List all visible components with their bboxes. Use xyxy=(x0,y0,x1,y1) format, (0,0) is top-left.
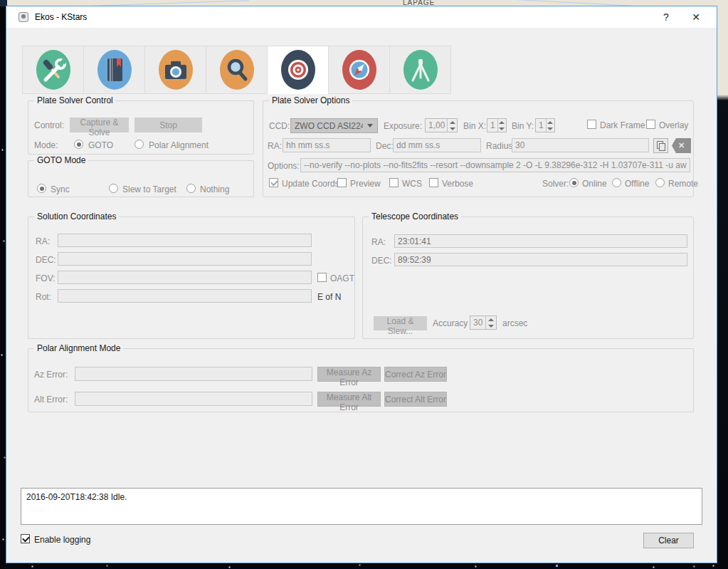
e-of-n-label: E of N xyxy=(317,292,341,302)
arcsec-label: arcsec xyxy=(502,318,527,328)
slew-to-target-radio[interactable] xyxy=(109,184,118,193)
biny-label: Bin Y: xyxy=(512,121,534,131)
measure-alt-error-button[interactable]: Measure Alt Error xyxy=(317,392,381,407)
radius-input[interactable] xyxy=(512,138,649,152)
solution-ra-label: RA: xyxy=(36,236,50,246)
group-title: Plate Solver Options xyxy=(269,95,352,105)
dec-label: Dec: xyxy=(376,141,394,151)
binx-spinbox[interactable]: 1 xyxy=(487,118,507,132)
copy-coords-button[interactable] xyxy=(653,138,668,153)
accuracy-spinbox[interactable]: 30 xyxy=(470,315,497,330)
ekos-module-tabs xyxy=(22,46,451,94)
magnifier-icon xyxy=(218,48,255,91)
az-error-input[interactable] xyxy=(75,367,312,381)
measure-az-error-button[interactable]: Measure Az Error xyxy=(317,367,381,382)
ccd-combobox-value: ZWO CCD ASI224MC xyxy=(291,121,363,131)
group-plate-solver-options: Plate Solver Options CCD: ZWO CCD ASI224… xyxy=(263,100,694,197)
solver-offline-radio[interactable] xyxy=(612,178,621,187)
update-coords-checkbox[interactable] xyxy=(269,178,278,187)
exposure-value: 1,00 xyxy=(426,119,447,132)
ra-input[interactable] xyxy=(283,138,371,152)
solution-rot-label: Rot: xyxy=(36,292,51,302)
tab-capture[interactable] xyxy=(144,46,206,94)
solver-remote-label: Remote xyxy=(668,179,698,189)
telescope-ra-label: RA: xyxy=(371,237,386,247)
options-label: Options: xyxy=(268,161,300,171)
app-icon xyxy=(19,12,28,22)
oagt-checkbox[interactable] xyxy=(317,273,327,282)
update-coords-label: Update Coords xyxy=(282,179,339,189)
enable-logging-checkbox[interactable] xyxy=(21,534,30,543)
spin-arrows[interactable] xyxy=(497,119,506,132)
group-title: GOTO Mode xyxy=(34,155,88,165)
spin-arrows[interactable] xyxy=(447,119,457,132)
exposure-spinbox[interactable]: 1,00 xyxy=(425,118,458,132)
goto-radio[interactable] xyxy=(74,140,83,149)
wcs-checkbox[interactable] xyxy=(389,178,399,187)
solution-dec-input[interactable] xyxy=(58,252,312,266)
compass-icon xyxy=(341,48,378,91)
solver-offline-label: Offline xyxy=(625,179,649,189)
accuracy-value: 30 xyxy=(470,316,485,329)
preview-checkbox[interactable] xyxy=(337,178,347,187)
tab-focus[interactable] xyxy=(206,46,268,94)
group-goto-mode: GOTO Mode Sync Slew to Target Nothing xyxy=(28,160,254,197)
solution-ra-input[interactable] xyxy=(58,234,312,247)
capture-solve-button[interactable]: Capture & Solve xyxy=(70,118,129,132)
ccd-combobox[interactable]: ZWO CCD ASI224MC xyxy=(290,118,378,133)
correct-az-error-button[interactable]: Correct Az Error xyxy=(384,367,447,382)
biny-spinbox[interactable]: 1 xyxy=(535,118,555,132)
dark-frame-label: Dark Frame xyxy=(600,120,645,130)
log-viewer[interactable]: 2016-09-20T18:42:38 Idle. xyxy=(21,488,702,525)
telescope-dec-input[interactable] xyxy=(394,253,687,266)
ccd-label: CCD: xyxy=(269,121,290,131)
nothing-radio[interactable] xyxy=(186,184,196,193)
sync-radio[interactable] xyxy=(37,184,46,193)
solution-fov-input[interactable] xyxy=(58,271,312,284)
binx-value: 1 xyxy=(487,119,497,132)
spin-arrows[interactable] xyxy=(546,119,554,132)
correct-alt-error-button[interactable]: Correct Alt Error xyxy=(384,392,447,407)
overlay-checkbox[interactable] xyxy=(646,120,655,129)
slew-to-target-radio-label: Slew to Target xyxy=(122,184,176,194)
telescope-ra-input[interactable] xyxy=(394,234,687,248)
stop-button[interactable]: Stop xyxy=(134,118,202,132)
group-title: Plate Solver Control xyxy=(34,95,116,105)
solver-options-input[interactable] xyxy=(300,158,690,172)
tab-mount[interactable] xyxy=(389,46,451,94)
alt-error-input[interactable] xyxy=(75,392,312,406)
dec-input[interactable] xyxy=(393,138,481,152)
title-bar[interactable]: Ekos - KStars ? ✕ xyxy=(6,6,717,28)
load-slew-button[interactable]: Load & Slew... xyxy=(374,316,427,330)
solution-rot-input[interactable] xyxy=(58,289,312,303)
solver-online-radio[interactable] xyxy=(569,178,579,187)
tab-scheduler[interactable] xyxy=(83,46,145,94)
close-button[interactable]: ✕ xyxy=(681,7,711,27)
sky-right-band xyxy=(717,6,728,569)
az-error-label: Az Error: xyxy=(34,370,68,380)
accuracy-label: Accuracy xyxy=(433,318,468,328)
tripod-icon xyxy=(402,48,439,91)
polar-alignment-radio[interactable] xyxy=(134,140,144,149)
alt-error-label: Alt Error: xyxy=(34,395,68,404)
goto-radio-label: GOTO xyxy=(88,140,113,150)
spin-arrows[interactable] xyxy=(485,316,496,329)
radius-label: Radius: xyxy=(486,141,515,151)
mode-label: Mode: xyxy=(34,140,58,150)
group-title: Solution Coordinates xyxy=(34,212,119,221)
help-button[interactable]: ? xyxy=(651,7,681,27)
preview-label: Preview xyxy=(350,179,381,189)
sync-radio-label: Sync xyxy=(51,184,70,194)
tab-guide[interactable] xyxy=(328,46,390,94)
tab-setup[interactable] xyxy=(22,46,84,94)
clear-log-button[interactable]: Clear xyxy=(643,533,694,548)
kstars-desktop: LAPAGE Ekos - KStars ? ✕ xyxy=(0,0,728,569)
tab-align[interactable] xyxy=(267,46,329,94)
exposure-label: Exposure: xyxy=(384,121,422,131)
solver-remote-radio[interactable] xyxy=(655,178,665,187)
clear-coords-button[interactable]: ✕ xyxy=(672,138,691,153)
group-solution-coordinates: Solution Coordinates RA: DEC: FOV: OAGT … xyxy=(28,216,355,339)
verbose-checkbox[interactable] xyxy=(429,178,438,187)
overlay-label: Overlay xyxy=(659,120,688,130)
dark-frame-checkbox[interactable] xyxy=(587,120,596,129)
